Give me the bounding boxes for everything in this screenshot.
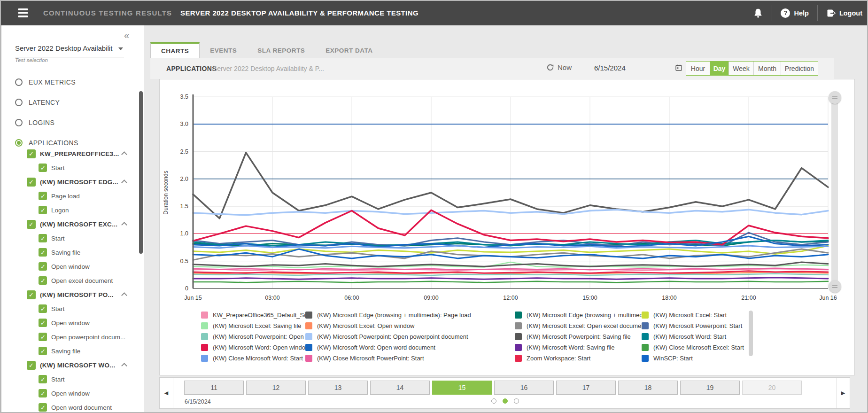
pagination-dot-3[interactable] — [514, 398, 519, 404]
test-select-dropdown[interactable]: Server 2022 Desktop Availabilit... — [15, 44, 124, 57]
tab-events[interactable]: EVENTS — [200, 44, 247, 58]
checkbox-checked-icon[interactable] — [39, 333, 47, 341]
legend-item-close-word-start[interactable]: (KW) Close Microsoft Word: Start — [201, 353, 305, 364]
day-button-12[interactable]: 12 — [246, 381, 306, 395]
sidebar-item-latency[interactable]: LATENCY — [15, 97, 78, 107]
range-button-week[interactable]: Week — [729, 62, 754, 75]
notifications-bell-icon[interactable] — [753, 8, 763, 19]
sidebar-collapse-icon[interactable]: « — [124, 30, 129, 41]
tree-item-page-load[interactable]: Page load — [2, 189, 144, 203]
chevron-up-icon[interactable] — [121, 222, 127, 228]
checkbox-checked-icon[interactable] — [39, 304, 47, 313]
legend-item-zoom-workspace-start[interactable]: Zoom Workspace: Start — [515, 353, 642, 364]
date-input[interactable]: 6/15/2024 — [590, 62, 684, 74]
sidebar-item-logins[interactable]: LOGINS — [15, 117, 78, 127]
tree-group-kw-microsoft-edg[interactable]: (KW) MICROSOFT EDG... — [2, 175, 144, 189]
day-button-19[interactable]: 19 — [680, 381, 740, 395]
tree-item-saving-file[interactable]: Saving file — [2, 245, 144, 259]
day-button-11[interactable]: 11 — [184, 381, 244, 395]
tree-group-kw-microsoft-po[interactable]: (KW) MICROSOFT PO... — [2, 288, 144, 302]
tab-sla-reports[interactable]: SLA REPORTS — [247, 44, 315, 58]
legend-item-excel-start[interactable]: (KW) Microsoft Excel: Start — [642, 310, 774, 320]
help-button[interactable]: ? Help — [781, 8, 808, 18]
tree-item-start[interactable]: Start — [2, 372, 144, 386]
legend-item-word-open-word-document[interactable]: (KW) Microsoft Word: Open word document — [305, 342, 515, 353]
checkbox-checked-icon[interactable] — [39, 375, 47, 383]
checkbox-checked-icon[interactable] — [39, 206, 47, 214]
range-button-month[interactable]: Month — [754, 62, 781, 75]
range-button-hour[interactable]: Hour — [686, 62, 710, 75]
checkbox-checked-icon[interactable] — [39, 389, 47, 397]
legend-item-powerpoint-saving-file[interactable]: (KW) Microsoft Powerpoint: Saving file — [515, 331, 642, 342]
next-days-arrow[interactable]: ▶ — [836, 378, 850, 408]
checkbox-checked-icon[interactable] — [39, 347, 47, 355]
day-button-18[interactable]: 18 — [618, 381, 678, 395]
pagination-dot-2[interactable] — [503, 398, 508, 404]
checkbox-checked-icon[interactable] — [27, 361, 36, 370]
tree-item-open-word-document[interactable]: Open word document — [2, 400, 144, 413]
legend-item-excel-open-window[interactable]: (KW) Microsoft Excel: Open window — [305, 320, 515, 331]
legend-item-edge-page-load[interactable]: (KW) Microsoft Edge (browsing + multimed… — [305, 310, 515, 320]
chevron-up-icon[interactable] — [121, 363, 127, 369]
checkbox-checked-icon[interactable] — [39, 276, 47, 285]
breadcrumb-root[interactable]: CONTINUOUS TESTING RESULTS — [43, 9, 172, 17]
day-button-15[interactable]: 15 — [432, 381, 492, 395]
legend-item-word-start[interactable]: (KW) Microsoft Word: Start — [642, 331, 774, 342]
line-chart[interactable]: 00.51.01.52.02.53.03.5Jun 1503:0006:0009… — [160, 79, 854, 305]
logout-button[interactable]: Logout — [826, 8, 862, 18]
sidebar-item-eux-metrics[interactable]: EUX METRICS — [15, 77, 78, 87]
day-button-13[interactable]: 13 — [308, 381, 368, 395]
sidebar-item-applications[interactable]: APPLICATIONS — [15, 138, 78, 148]
legend-item-powerpoint-open-window[interactable]: (KW) Microsoft Powerpoint: Open window — [201, 331, 305, 342]
checkbox-checked-icon[interactable] — [39, 262, 47, 271]
day-button-17[interactable]: 17 — [556, 381, 616, 395]
pagination-dot-1[interactable] — [491, 398, 496, 404]
tree-item-open-window[interactable]: Open window — [2, 316, 144, 330]
calendar-icon[interactable] — [675, 64, 682, 71]
tree-group-kw-prepareoffice3[interactable]: KW_PREPAREOFFICE3... — [2, 147, 144, 161]
legend-item-close-excel-start[interactable]: (KW) Close Microsoft Excel: Start — [642, 342, 774, 353]
tab-charts[interactable]: CHARTS — [150, 42, 200, 58]
chevron-up-icon[interactable] — [121, 292, 127, 298]
legend-item-excel-open-excel-document[interactable]: (KW) Microsoft Excel: Open excel documen… — [515, 320, 642, 331]
legend-item-close-powerpoint-start[interactable]: (KW) Close Microsoft PowerPoint: Start — [305, 353, 515, 364]
legend-item-prepareoffice365-start[interactable]: KW_PrepareOffice365_Default_Script: Star… — [201, 310, 305, 320]
legend-item-word-saving-file[interactable]: (KW) Microsoft Word: Saving file — [515, 342, 642, 353]
legend-item-winscp-start[interactable]: WinSCP: Start — [642, 353, 774, 364]
checkbox-checked-icon[interactable] — [39, 192, 47, 200]
previous-days-arrow[interactable]: ◀ — [160, 378, 173, 408]
chevron-up-icon[interactable] — [121, 151, 127, 157]
legend-scrollbar[interactable] — [749, 311, 753, 356]
checkbox-checked-icon[interactable] — [39, 164, 47, 172]
range-button-prediction[interactable]: Prediction — [781, 62, 818, 75]
legend-item-excel-saving-file[interactable]: (KW) Microsoft Excel: Saving file — [201, 320, 305, 331]
tree-group-kw-microsoft-exc[interactable]: (KW) MICROSOFT EXC... — [2, 217, 144, 231]
legend-item-powerpoint-start[interactable]: (KW) Microsoft Powerpoint: Start — [642, 320, 774, 331]
refresh-now-button[interactable]: Now — [546, 63, 572, 71]
tab-export-data[interactable]: EXPORT DATA — [315, 44, 383, 58]
legend-item-powerpoint-open-powerpoint-document[interactable]: (KW) Microsoft Powerpoint: Open powerpoi… — [305, 331, 515, 342]
day-button-14[interactable]: 14 — [370, 381, 430, 395]
checkbox-checked-icon[interactable] — [27, 220, 36, 229]
day-button-16[interactable]: 16 — [494, 381, 554, 395]
tree-group-kw-microsoft-wo[interactable]: (KW) MICROSOFT WO... — [2, 358, 144, 372]
checkbox-checked-icon[interactable] — [27, 149, 36, 158]
tree-item-open-excel-document[interactable]: Open excel document — [2, 273, 144, 288]
legend-item-edge-logon[interactable]: (KW) Microsoft Edge (browsing + multimed… — [515, 310, 642, 320]
y-zoom-slider-track[interactable] — [831, 97, 838, 286]
tree-item-start[interactable]: Start — [2, 161, 144, 175]
y-zoom-slider-handle-bottom[interactable] — [829, 280, 841, 293]
tree-item-open-powerpoint-docum[interactable]: Open powerpoint docum... — [2, 330, 144, 344]
checkbox-checked-icon[interactable] — [27, 290, 36, 299]
checkbox-checked-icon[interactable] — [39, 403, 47, 412]
tree-item-saving-file[interactable]: Saving file — [2, 344, 144, 358]
tree-item-logon[interactable]: Logon — [2, 203, 144, 217]
tree-item-start[interactable]: Start — [2, 231, 144, 245]
checkbox-checked-icon[interactable] — [27, 178, 36, 187]
legend-item-word-open-window[interactable]: (KW) Microsoft Word: Open window — [201, 342, 305, 353]
tree-item-open-window[interactable]: Open window — [2, 259, 144, 273]
checkbox-checked-icon[interactable] — [39, 319, 47, 327]
checkbox-checked-icon[interactable] — [39, 248, 47, 257]
tree-item-open-window[interactable]: Open window — [2, 386, 144, 400]
chevron-up-icon[interactable] — [121, 179, 127, 186]
